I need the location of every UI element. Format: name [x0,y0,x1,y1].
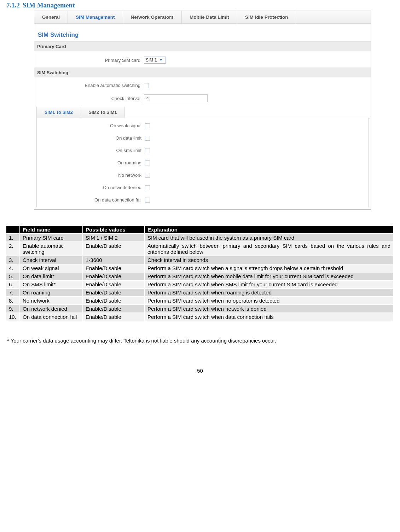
td-num: 3. [6,256,20,264]
table-row: 8.No networkEnable/DisablePerform a SIM … [6,297,393,305]
cond-data-limit-checkbox[interactable] [145,136,150,141]
table-row: 9.On network deniedEnable/DisablePerform… [6,305,393,313]
check-interval-row: Check interval [34,91,371,105]
cond-network-denied-label: On network denied [37,185,145,190]
ui-screenshot-panel: General SIM Management Network Operators… [34,11,371,210]
td-field: On data limit* [20,272,83,280]
td-field: On weak signal [20,264,83,272]
td-explanation: Perform a SIM card switch when no operat… [145,297,393,305]
th-num [6,226,20,234]
table-row: 7.On roamingEnable/DisablePerform a SIM … [6,288,393,297]
cond-data-conn-fail-label: On data connection fail [37,197,145,203]
cond-roaming-row: On roaming [37,159,368,167]
td-num: 9. [6,305,20,313]
td-field: No network [20,297,83,305]
td-values: Enable/Disable [83,280,145,288]
table-header-row: Field name Possible values Explanation [6,226,393,234]
td-values: Enable/Disable [83,288,145,297]
td-num: 1. [6,234,20,242]
table-row: 5.On data limit*Enable/DisablePerform a … [6,272,393,280]
primary-sim-row: Primary SIM card SIM 1 [34,53,371,67]
chevron-down-icon [160,58,163,62]
primary-card-bar: Primary Card [34,41,371,51]
cond-no-network-checkbox[interactable] [145,173,150,178]
td-num: 8. [6,297,20,305]
sim-switching-title: SIM Switching [34,24,371,41]
td-explanation: Automatically switch between primary and… [145,242,393,256]
td-num: 10. [6,313,20,321]
enable-auto-switch-label: Enable automatic switching [34,83,144,88]
td-field: On network denied [20,305,83,313]
td-num: 5. [6,272,20,280]
table-row: 6.On SMS limit*Enable/DisablePerform a S… [6,280,393,288]
enable-auto-switch-row: Enable automatic switching [34,80,371,91]
td-values: Enable/Disable [83,242,145,256]
td-field: Primary SIM card [20,234,83,242]
th-values: Possible values [83,226,145,234]
td-explanation: Perform a SIM card switch when roaming i… [145,288,393,297]
table-row: 10.On data connection failEnable/Disable… [6,313,393,321]
section-number: 7.1.2 [6,1,20,9]
cond-sms-limit-checkbox[interactable] [145,148,150,153]
check-interval-input[interactable] [144,94,208,102]
td-field: On roaming [20,288,83,297]
tab-general[interactable]: General [34,11,68,23]
td-field: Enable automatic switching [20,242,83,256]
td-explanation: Check interval in seconds [145,256,393,264]
td-explanation: SIM card that will be used in the system… [145,234,393,242]
th-field: Field name [20,226,83,234]
page-number: 50 [6,368,394,374]
table-row: 3.Check interval1-3600Check interval in … [6,256,393,264]
tab-network-operators[interactable]: Network Operators [123,11,182,23]
section-title: SIM Management [23,1,75,9]
td-explanation: Perform a SIM card switch when SMS limit… [145,280,393,288]
main-tabs: General SIM Management Network Operators… [34,11,371,24]
cond-network-denied-checkbox[interactable] [145,185,150,190]
check-interval-label: Check interval [34,96,144,101]
td-values: Enable/Disable [83,305,145,313]
cond-no-network-row: No network [37,171,368,179]
td-num: 7. [6,288,20,297]
fields-table: Field name Possible values Explanation 1… [6,226,394,321]
td-values: Enable/Disable [83,313,145,321]
footnote: * Your carrier's data usage accounting m… [6,338,394,344]
cond-sms-limit-row: On sms limit [37,146,368,154]
td-num: 2. [6,242,20,256]
cond-sms-limit-label: On sms limit [37,148,145,153]
td-values: SIM 1 / SIM 2 [83,234,145,242]
cond-no-network-label: No network [37,173,145,178]
cond-roaming-checkbox[interactable] [145,160,150,165]
td-values: Enable/Disable [83,297,145,305]
sim-switching-bar: SIM Switching [34,68,371,77]
tab-mobile-data-limit[interactable]: Mobile Data Limit [182,11,237,23]
cond-weak-signal-checkbox[interactable] [145,123,150,128]
tab-sim-idle-protection[interactable]: SIM Idle Protection [237,11,296,23]
td-explanation: Perform a SIM card switch when a signal'… [145,264,393,272]
enable-auto-switch-checkbox[interactable] [144,83,149,88]
primary-sim-select[interactable]: SIM 1 [144,57,166,64]
cond-weak-signal-row: On weak signal [37,122,368,130]
cond-data-limit-label: On data limit [37,135,145,141]
td-num: 6. [6,280,20,288]
td-explanation: Perform a SIM card switch when network i… [145,305,393,313]
sub-tabs: SIM1 To SIM2 SIM2 To SIM1 [36,107,369,118]
tab-sim1-to-sim2[interactable]: SIM1 To SIM2 [36,107,81,118]
cond-roaming-label: On roaming [37,160,145,165]
tab-sim2-to-sim1[interactable]: SIM2 To SIM1 [81,107,125,118]
primary-sim-value: SIM 1 [146,58,157,63]
cond-weak-signal-label: On weak signal [37,123,145,128]
cond-data-limit-row: On data limit [37,134,368,142]
primary-sim-label: Primary SIM card [34,58,144,63]
td-values: Enable/Disable [83,272,145,280]
td-field: On data connection fail [20,313,83,321]
cond-data-conn-fail-checkbox[interactable] [145,198,150,203]
tab-sim-management[interactable]: SIM Management [68,11,123,23]
cond-network-denied-row: On network denied [37,183,368,192]
td-field: Check interval [20,256,83,264]
td-num: 4. [6,264,20,272]
td-field: On SMS limit* [20,280,83,288]
td-values: 1-3600 [83,256,145,264]
section-heading: 7.1.2 SIM Management [6,1,394,9]
td-explanation: Perform a SIM card switch when data conn… [145,313,393,321]
tab-spacer [296,11,371,23]
